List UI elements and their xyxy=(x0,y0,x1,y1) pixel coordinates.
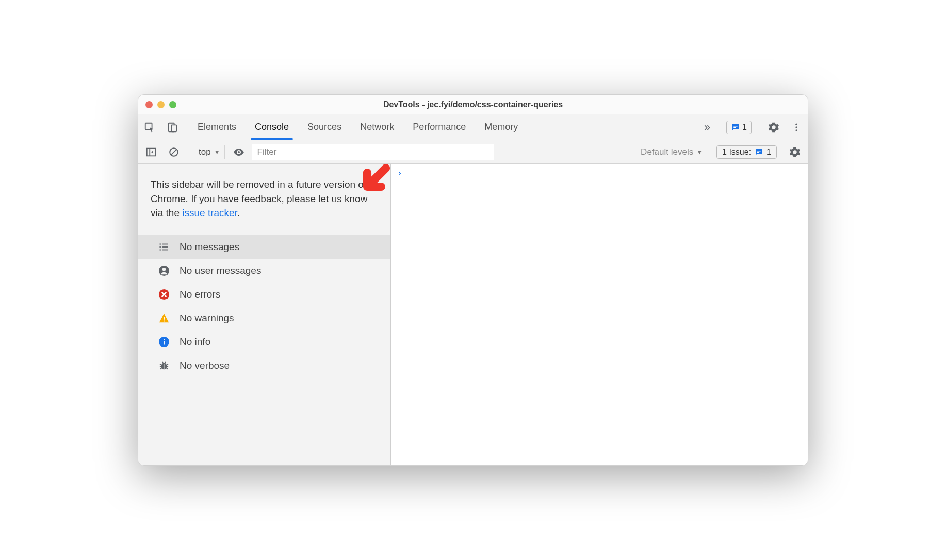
category-label: No user messages xyxy=(180,265,261,276)
category-label: No verbose xyxy=(180,360,230,371)
category-info[interactable]: No info xyxy=(138,330,390,354)
clear-console-button[interactable] xyxy=(164,143,184,161)
clear-icon xyxy=(168,146,180,158)
filter-input[interactable] xyxy=(252,144,494,160)
issues-label: 1 Issue: xyxy=(722,147,751,157)
user-icon xyxy=(158,265,170,277)
chevron-down-icon: ▼ xyxy=(214,149,220,156)
list-icon xyxy=(158,241,170,253)
svg-point-5 xyxy=(795,123,797,125)
context-label: top xyxy=(199,147,211,157)
svg-rect-20 xyxy=(162,249,168,250)
tab-label: Console xyxy=(255,122,289,133)
tab-network[interactable]: Network xyxy=(351,114,403,140)
deprecation-notice: This sidebar will be removed in a future… xyxy=(138,164,390,235)
settings-button[interactable] xyxy=(762,114,785,140)
levels-label: Default levels xyxy=(641,147,693,157)
warning-icon xyxy=(158,312,170,324)
issue-tracker-link[interactable]: issue tracker xyxy=(182,207,237,218)
tab-label: Sources xyxy=(307,122,341,133)
issues-badge[interactable]: 1 Issue: 1 xyxy=(716,145,777,159)
category-errors[interactable]: No errors xyxy=(138,283,390,306)
tab-performance[interactable]: Performance xyxy=(403,114,475,140)
console-toolbar: top ▼ Default levels ▼ 1 Issue: 1 xyxy=(138,140,808,164)
bug-icon xyxy=(158,359,170,372)
svg-rect-24 xyxy=(164,317,165,320)
tab-label: Network xyxy=(360,122,394,133)
category-label: No warnings xyxy=(180,312,234,324)
tabs-overflow-button[interactable]: » xyxy=(696,114,719,140)
category-warnings[interactable]: No warnings xyxy=(138,306,390,330)
svg-point-12 xyxy=(238,151,240,153)
issues-count: 1 xyxy=(766,147,771,157)
log-levels-selector[interactable]: Default levels ▼ xyxy=(635,147,708,157)
tab-memory[interactable]: Memory xyxy=(475,114,527,140)
message-icon xyxy=(754,147,763,157)
main-tabs: Elements Console Sources Network Perform… xyxy=(188,114,696,140)
eye-icon xyxy=(233,146,245,158)
svg-rect-13 xyxy=(757,151,761,152)
svg-point-7 xyxy=(795,129,797,131)
category-user-messages[interactable]: No user messages xyxy=(138,259,390,283)
svg-line-11 xyxy=(171,149,177,155)
devtools-window: DevTools - jec.fyi/demo/css-container-qu… xyxy=(138,94,808,466)
console-body: This sidebar will be removed in a future… xyxy=(138,164,808,465)
tab-console[interactable]: Console xyxy=(246,114,298,140)
svg-rect-27 xyxy=(164,341,165,344)
svg-rect-16 xyxy=(162,243,168,244)
execution-context-selector[interactable]: top ▼ xyxy=(194,145,225,159)
main-tabs-row: Elements Console Sources Network Perform… xyxy=(138,114,808,140)
svg-point-15 xyxy=(159,243,161,245)
zoom-window-button[interactable] xyxy=(169,101,176,108)
category-verbose[interactable]: No verbose xyxy=(138,354,390,377)
svg-point-6 xyxy=(795,126,797,128)
svg-rect-4 xyxy=(733,127,736,128)
kebab-icon xyxy=(791,122,802,133)
window-title: DevTools - jec.fyi/demo/css-container-qu… xyxy=(138,100,808,109)
tab-label: Performance xyxy=(413,122,466,133)
svg-rect-14 xyxy=(757,152,759,153)
gear-icon xyxy=(768,122,779,133)
tab-elements[interactable]: Elements xyxy=(188,114,246,140)
category-messages[interactable]: No messages xyxy=(138,235,390,259)
overflow-glyph: » xyxy=(704,121,710,134)
category-label: No errors xyxy=(180,289,220,300)
messages-badge-count: 1 xyxy=(742,123,747,132)
error-icon xyxy=(158,288,170,301)
inspect-element-icon[interactable] xyxy=(138,114,161,140)
tab-sources[interactable]: Sources xyxy=(298,114,351,140)
message-icon xyxy=(731,123,740,132)
message-categories: No messages No user messages No errors xyxy=(138,235,390,377)
svg-point-17 xyxy=(159,246,161,248)
chevron-down-icon: ▼ xyxy=(696,149,703,156)
more-menu-button[interactable] xyxy=(785,114,808,140)
device-toolbar-icon[interactable] xyxy=(161,114,184,140)
tab-label: Memory xyxy=(484,122,518,133)
messages-badge[interactable]: 1 xyxy=(726,121,752,134)
annotation-arrow-icon xyxy=(353,159,400,205)
svg-rect-3 xyxy=(733,126,738,127)
close-window-button[interactable] xyxy=(145,101,153,108)
live-expression-button[interactable] xyxy=(229,143,249,161)
window-controls xyxy=(145,101,176,108)
console-output[interactable]: › xyxy=(391,164,808,465)
svg-point-19 xyxy=(159,249,161,251)
svg-point-22 xyxy=(162,268,166,271)
info-icon xyxy=(158,336,170,348)
svg-rect-28 xyxy=(164,339,165,340)
svg-rect-2 xyxy=(171,125,176,131)
minimize-window-button[interactable] xyxy=(157,101,165,108)
console-settings-button[interactable] xyxy=(785,143,805,161)
toggle-sidebar-button[interactable] xyxy=(141,143,161,161)
sidebar-collapse-icon xyxy=(145,146,157,158)
titlebar: DevTools - jec.fyi/demo/css-container-qu… xyxy=(138,95,808,114)
category-label: No info xyxy=(180,336,210,348)
svg-rect-25 xyxy=(164,320,165,321)
console-sidebar: This sidebar will be removed in a future… xyxy=(138,164,391,465)
tab-label: Elements xyxy=(198,122,236,133)
gear-icon xyxy=(789,146,801,158)
deprecation-text-end: . xyxy=(237,207,240,218)
svg-rect-18 xyxy=(162,246,168,248)
category-label: No messages xyxy=(180,241,239,253)
